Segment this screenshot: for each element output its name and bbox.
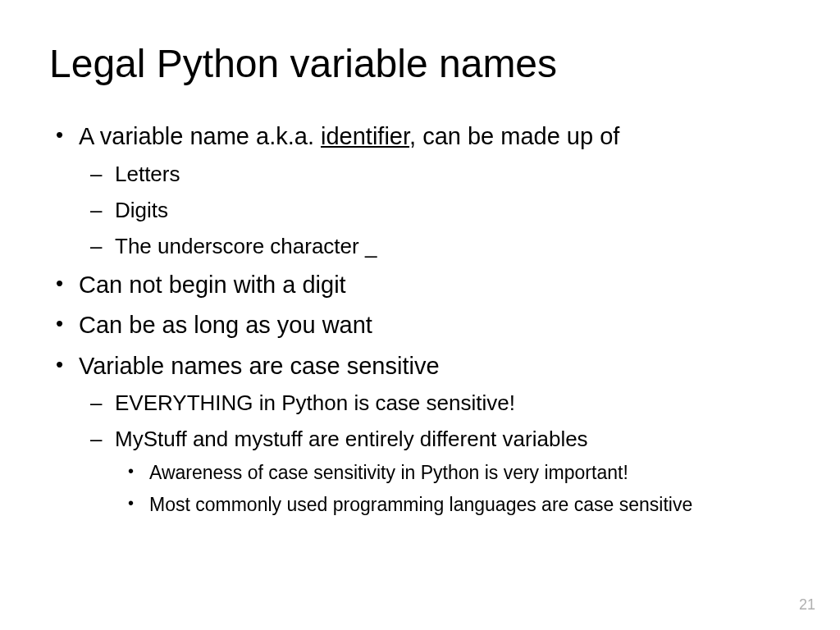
slide-title: Legal Python variable names [49,41,791,86]
bullet-list-level2: EVERYTHING in Python is case sensitive! … [79,387,791,518]
bullet-text: Can be as long as you want [79,312,372,338]
bullet-text: Digits [115,198,168,222]
bullet-item: MyStuff and mystuff are entirely differe… [79,423,791,518]
bullet-text: Variable names are case sensitive [79,353,440,379]
bullet-text-post: , can be made up of [409,123,619,149]
bullet-item: The underscore character _ [79,231,791,262]
bullet-text: EVERYTHING in Python is case sensitive! [115,390,515,415]
bullet-text: Most commonly used programming languages… [149,494,692,515]
bullet-item: EVERYTHING in Python is case sensitive! [79,387,791,419]
bullet-text: Can not begin with a digit [79,272,346,298]
bullet-item: Most commonly used programming languages… [115,491,791,519]
bullet-item: Letters [79,158,791,190]
page-number: 21 [799,596,815,614]
bullet-list-level3: Awareness of case sensitivity in Python … [115,459,791,518]
bullet-text: The underscore character _ [115,234,377,258]
bullet-item: Can not begin with a digit [49,267,791,304]
bullet-item: A variable name a.k.a. identifier, can b… [49,119,791,262]
bullet-item: Awareness of case sensitivity in Python … [115,459,791,487]
bullet-item: Digits [79,194,791,226]
bullet-text: Awareness of case sensitivity in Python … [149,462,628,483]
bullet-list-level1: A variable name a.k.a. identifier, can b… [49,119,791,518]
bullet-item: Can be as long as you want [49,308,791,344]
bullet-list-level2: Letters Digits The underscore character … [79,158,791,262]
bullet-item: Variable names are case sensitive EVERYT… [49,349,791,519]
bullet-text: Letters [115,162,180,186]
bullet-text: MyStuff and mystuff are entirely differe… [115,427,588,451]
slide-content: Legal Python variable names A variable n… [0,0,840,556]
bullet-text-pre: A variable name a.k.a. [79,123,321,149]
bullet-text-underlined: identifier [321,123,409,149]
